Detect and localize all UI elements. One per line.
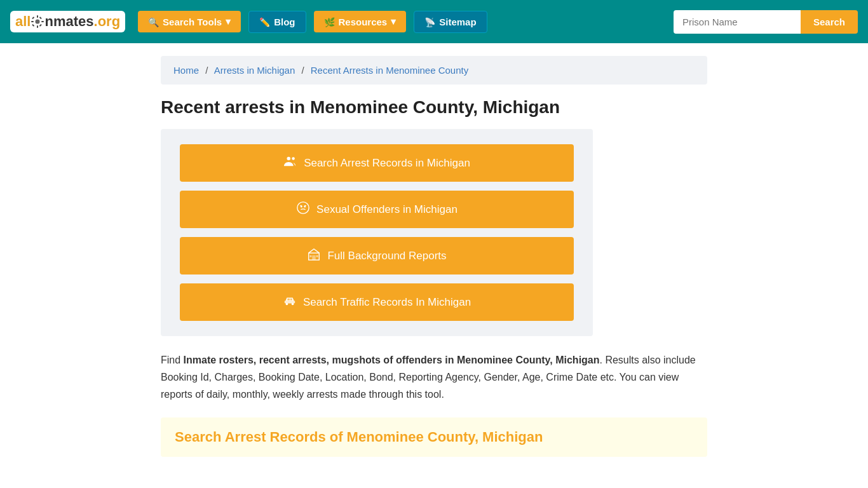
- logo[interactable]: all nmates .org: [10, 11, 125, 32]
- svg-line-15: [304, 205, 306, 206]
- logo-all-text: all: [15, 13, 31, 30]
- sexual-offenders-button[interactable]: Sexual Offenders in Michigan: [180, 191, 574, 228]
- arrest-records-button[interactable]: Search Arrest Records in Michigan: [180, 144, 574, 182]
- description-bold: Inmate rosters, recent arrests, mugshots…: [184, 355, 600, 365]
- nav-sitemap[interactable]: Sitemap: [414, 11, 487, 33]
- search-section-title: Search Arrest Records of Menominee Count…: [175, 429, 693, 445]
- prison-search-button-label: Search: [813, 17, 845, 27]
- breadcrumb-sep-1: /: [205, 65, 208, 76]
- svg-rect-20: [285, 301, 295, 304]
- nav-resources-label: Resources: [339, 17, 388, 27]
- nav-sitemap-label: Sitemap: [439, 17, 476, 27]
- prison-search-input[interactable]: [674, 10, 801, 34]
- svg-rect-1: [37, 15, 38, 18]
- description-pre: Find: [161, 355, 184, 365]
- traffic-records-button[interactable]: Search Traffic Records In Michigan: [180, 283, 574, 321]
- dropdown-arrow-resources-icon: ▾: [391, 16, 396, 27]
- building-icon: [307, 247, 321, 264]
- nav-resources[interactable]: Resources ▾: [314, 11, 407, 32]
- page-description: Find Inmate rosters, recent arrests, mug…: [161, 351, 707, 403]
- nav-search-tools-label: Search Tools: [163, 17, 222, 27]
- sexual-offenders-label: Sexual Offenders in Michigan: [316, 203, 458, 216]
- svg-line-14: [301, 205, 302, 206]
- prison-search-container: Search: [674, 10, 858, 34]
- background-reports-button[interactable]: Full Background Reports: [180, 237, 574, 274]
- svg-point-11: [297, 202, 309, 214]
- nav-search-tools[interactable]: Search Tools ▾: [138, 11, 241, 32]
- svg-point-9: [287, 157, 291, 161]
- people-icon: [283, 154, 297, 172]
- breadcrumb: Home / Arrests in Michigan / Recent Arre…: [161, 56, 707, 85]
- svg-rect-24: [290, 299, 292, 301]
- svg-rect-7: [32, 24, 35, 27]
- breadcrumb-home[interactable]: Home: [173, 65, 199, 76]
- angry-icon: [296, 201, 310, 218]
- action-buttons-container: Search Arrest Records in Michigan Sexual…: [161, 129, 593, 336]
- dropdown-arrow-icon: ▾: [226, 16, 231, 27]
- prison-search-button[interactable]: Search: [801, 10, 858, 34]
- svg-rect-6: [39, 24, 42, 27]
- logo-gear-icon: [31, 15, 44, 28]
- nav-blog-label: Blog: [274, 17, 295, 27]
- breadcrumb-sep-2: /: [301, 65, 304, 76]
- breadcrumb-current: Recent Arrests in Menominee County: [311, 65, 468, 76]
- logo-inmates-text: nmates: [44, 13, 93, 30]
- svg-rect-2: [37, 25, 38, 28]
- blog-icon: [259, 17, 270, 27]
- resources-icon: [324, 17, 335, 27]
- svg-rect-18: [310, 255, 312, 257]
- svg-point-10: [292, 157, 295, 160]
- car-icon: [283, 294, 297, 311]
- nav-blog[interactable]: Blog: [248, 11, 306, 33]
- svg-rect-4: [41, 21, 44, 22]
- search-icon: [148, 17, 159, 27]
- svg-rect-23: [287, 299, 290, 301]
- page-title: Recent arrests in Menominee County, Mich…: [161, 97, 707, 118]
- svg-rect-5: [32, 17, 35, 19]
- background-reports-label: Full Background Reports: [327, 250, 446, 262]
- search-section: Search Arrest Records of Menominee Count…: [161, 417, 707, 457]
- svg-rect-19: [316, 255, 318, 257]
- breadcrumb-arrests-michigan[interactable]: Arrests in Michigan: [214, 65, 295, 76]
- svg-rect-17: [313, 255, 316, 260]
- svg-point-22: [292, 303, 294, 306]
- svg-point-21: [285, 303, 288, 306]
- main-content: Home / Arrests in Michigan / Recent Arre…: [148, 43, 720, 470]
- svg-point-0: [36, 20, 40, 24]
- traffic-records-label: Search Traffic Records In Michigan: [303, 296, 471, 309]
- svg-rect-3: [31, 21, 34, 22]
- site-header: all nmates .org Search Tools ▾: [0, 0, 868, 43]
- arrest-records-label: Search Arrest Records in Michigan: [304, 157, 470, 170]
- logo-org-text: .org: [94, 13, 121, 30]
- sitemap-icon: [424, 17, 435, 27]
- svg-rect-8: [39, 17, 42, 19]
